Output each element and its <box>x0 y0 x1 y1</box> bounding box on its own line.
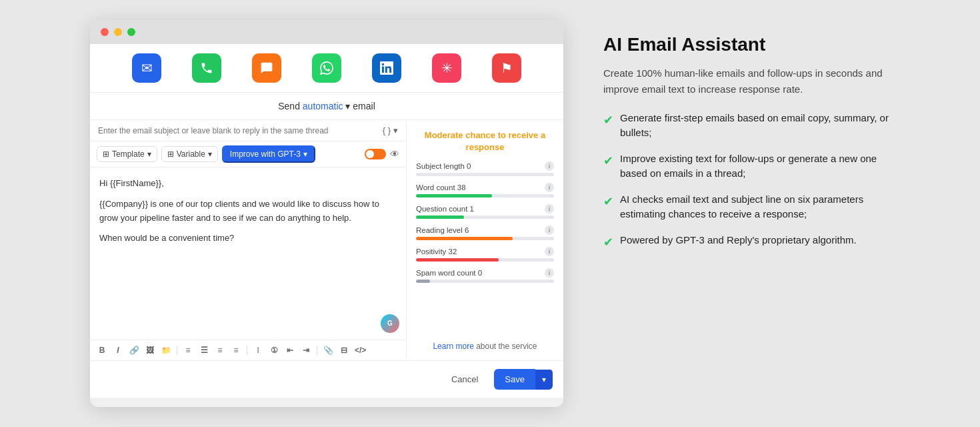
template-icon: ⊞ <box>103 149 109 159</box>
check-icon-1: ✔ <box>603 152 613 170</box>
stat-name-4: Positivity 32 <box>416 248 457 256</box>
learn-more-link[interactable]: Learn more <box>433 342 473 351</box>
link-icon[interactable]: 🔗 <box>129 346 139 355</box>
send-prefix: Send <box>278 101 303 111</box>
stat-progress-2 <box>416 216 554 219</box>
image-icon[interactable]: 🖼 <box>145 346 155 355</box>
info-title: AI Email Assistant <box>603 33 890 56</box>
close-button[interactable] <box>101 28 109 36</box>
table-icon[interactable]: ⊟ <box>339 346 349 355</box>
save-button[interactable]: Save <box>494 369 535 390</box>
braces-icon: { } <box>383 125 391 135</box>
stat-info-icon-4[interactable]: i <box>545 247 554 256</box>
improve-button[interactable]: Improve with GPT-3 ▾ <box>222 145 315 163</box>
bullet-list-icon[interactable]: ⁝ <box>253 346 263 355</box>
stat-item-4: Positivity 32 i <box>416 247 554 262</box>
stats-container: Subject length 0 i Word count 38 i Quest… <box>416 161 554 290</box>
stat-name-1: Word count 38 <box>416 183 466 191</box>
channel-whatsapp[interactable] <box>312 53 341 83</box>
stat-fill-5 <box>416 280 430 283</box>
stat-progress-3 <box>416 237 554 240</box>
align-center-icon[interactable]: ☰ <box>199 346 209 355</box>
check-icon-0: ✔ <box>603 111 613 129</box>
channel-flag[interactable]: ⚑ <box>492 53 521 83</box>
action-bar: Cancel Save ▾ <box>90 360 563 398</box>
indent-left-icon[interactable]: ⇤ <box>285 346 295 355</box>
channel-asterisk[interactable]: ✳ <box>432 53 461 83</box>
format-divider3 <box>317 346 317 355</box>
send-suffix: email <box>350 101 375 111</box>
variable-icon: ⊞ <box>167 149 174 159</box>
info-panel: AI Email Assistant Create 100% human-lik… <box>603 20 890 265</box>
stat-item-3: Reading level 6 i <box>416 226 554 240</box>
align-left-icon[interactable]: ≡ <box>183 346 193 355</box>
learn-more-row: Learn more about the service <box>416 336 554 351</box>
variable-label: Variable <box>177 149 205 159</box>
cancel-button[interactable]: Cancel <box>442 369 487 390</box>
subject-icons: { } ▾ <box>383 125 398 135</box>
save-dropdown-button[interactable]: ▾ <box>535 370 553 390</box>
subject-input[interactable] <box>98 126 377 135</box>
stat-fill-2 <box>416 216 464 219</box>
template-chevron: ▾ <box>147 149 151 159</box>
stat-progress-4 <box>416 258 554 262</box>
template-button[interactable]: ⊞ Template ▾ <box>97 146 157 162</box>
feature-item-1: ✔ Improve existing text for follow-ups o… <box>603 151 890 181</box>
stat-label-5: Spam word count 0 i <box>416 268 554 278</box>
stat-info-icon-2[interactable]: i <box>545 204 554 214</box>
toggle-track <box>365 149 386 159</box>
check-icon-2: ✔ <box>603 193 613 211</box>
align-right-icon[interactable]: ≡ <box>215 346 225 355</box>
variable-chevron: ▾ <box>208 149 212 159</box>
toolbar-row: ⊞ Template ▾ ⊞ Variable ▾ Improve with G… <box>90 141 406 167</box>
channel-email[interactable]: ✉ <box>132 53 161 83</box>
browser-titlebar <box>90 20 563 44</box>
subject-bar: { } ▾ <box>90 120 406 141</box>
chevron-icon[interactable]: ▾ <box>393 125 398 135</box>
bold-icon[interactable]: B <box>97 346 107 355</box>
channel-icon-row: ✉ ✳ ⚑ <box>90 44 563 93</box>
stat-progress-0 <box>416 173 554 176</box>
file-icon[interactable]: 📁 <box>161 346 171 355</box>
page-wrapper: ✉ ✳ ⚑ Send automatic ▾ email <box>90 20 890 407</box>
stat-info-icon-3[interactable]: i <box>545 226 554 235</box>
format-bar: B I 🔗 🖼 📁 ≡ ☰ ≡ ≡ ⁝ ① ⇤ ⇥ <box>90 340 406 360</box>
indent-right-icon[interactable]: ⇥ <box>301 346 311 355</box>
channel-phone[interactable] <box>192 53 221 83</box>
italic-icon[interactable]: I <box>113 346 123 355</box>
stat-progress-5 <box>416 280 554 283</box>
stat-info-icon-5[interactable]: i <box>545 268 554 278</box>
eye-icon[interactable]: 👁 <box>390 149 399 159</box>
improve-chevron: ▾ <box>303 149 307 159</box>
fullscreen-button[interactable] <box>127 28 135 36</box>
toggle-switch[interactable] <box>365 149 386 159</box>
check-icon-3: ✔ <box>603 234 613 252</box>
editor-line2: {{Company}} is one of our top clients an… <box>99 197 397 226</box>
feature-text-0: Generate first-step emails based on emai… <box>620 111 890 141</box>
stat-name-5: Spam word count 0 <box>416 269 482 277</box>
channel-linkedin[interactable] <box>372 53 401 83</box>
stat-label-2: Question count 1 i <box>416 204 554 214</box>
editor-line1: Hi {{FirstName}}, <box>99 177 397 191</box>
editor-body[interactable]: Hi {{FirstName}}, {{Company}} is one of … <box>90 167 406 340</box>
minimize-button[interactable] <box>114 28 122 36</box>
feature-item-3: ✔ Powered by GPT-3 and Reply's proprieta… <box>603 233 890 252</box>
send-auto-link[interactable]: automatic <box>303 101 343 111</box>
variable-button[interactable]: ⊞ Variable ▾ <box>161 146 218 162</box>
code-icon[interactable]: </> <box>355 346 365 355</box>
feature-list: ✔ Generate first-step emails based on em… <box>603 111 890 252</box>
stat-name-3: Reading level 6 <box>416 226 469 234</box>
editor-area: { } ▾ ⊞ Template ▾ ⊞ Variable <box>90 120 563 360</box>
attachment-icon[interactable]: 📎 <box>323 346 333 355</box>
stat-label-4: Positivity 32 i <box>416 247 554 256</box>
feature-item-0: ✔ Generate first-step emails based on em… <box>603 111 890 141</box>
stat-item-5: Spam word count 0 i <box>416 268 554 283</box>
stat-info-icon-1[interactable]: i <box>545 183 554 192</box>
channel-chat[interactable] <box>252 53 281 83</box>
stat-name-0: Subject length 0 <box>416 162 471 170</box>
ordered-list-icon[interactable]: ① <box>269 346 279 355</box>
giphy-icon[interactable]: G <box>381 314 399 333</box>
justify-icon[interactable]: ≡ <box>231 346 241 355</box>
stat-fill-1 <box>416 194 492 197</box>
stat-info-icon-0[interactable]: i <box>545 161 554 171</box>
